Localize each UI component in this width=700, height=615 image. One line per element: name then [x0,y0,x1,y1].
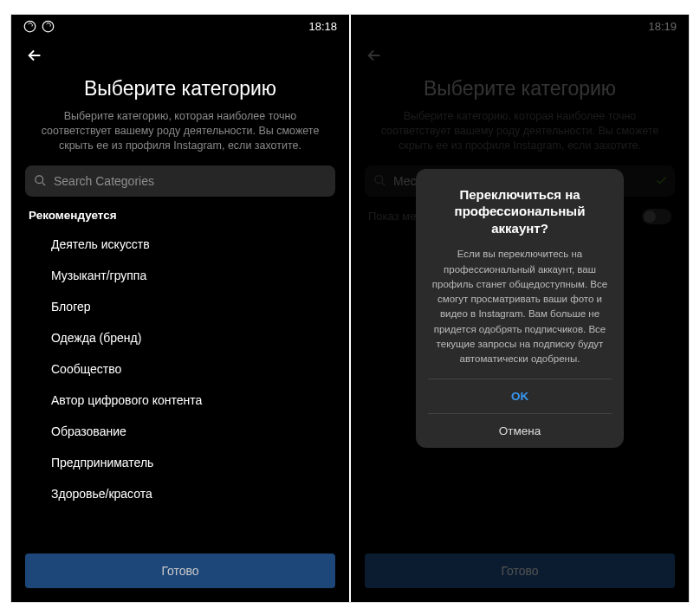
category-item[interactable]: Блогер [51,291,349,322]
section-heading: Рекомендуется [11,209,349,229]
dialog-body: Если вы переключитесь на профессиональны… [428,247,612,366]
search-icon [34,174,47,187]
status-time: 18:18 [308,20,337,33]
category-list: Деятель искусств Музыкант/группа Блогер … [11,229,349,545]
page-title: Выберите категорию [25,77,335,100]
page-subtitle: Выберите категорию, которая наиболее точ… [11,109,349,153]
confirm-dialog: Переключиться на профессиональный аккаун… [416,169,624,449]
done-button[interactable]: Готово [25,554,335,588]
screen-category-select: 18:18 Выберите категорию Выберите катего… [11,15,349,602]
dialog-cancel-button[interactable]: Отмена [428,413,612,448]
back-arrow-icon[interactable] [25,46,44,65]
category-item[interactable]: Автор цифрового контента [51,385,349,416]
category-item[interactable]: Здоровье/красота [51,478,349,509]
dialog-ok-button[interactable]: OK [428,379,612,413]
category-item[interactable]: Музыкант/группа [51,260,349,291]
search-input-container[interactable] [25,165,335,197]
screen-confirm-dialog: 18:19 Выберите категорию Выберите катего… [351,15,689,602]
dialog-overlay[interactable]: Переключиться на профессиональный аккаун… [351,15,689,602]
status-left-icons [23,20,55,33]
viber-icon [42,20,55,33]
category-item[interactable]: Образование [51,416,349,447]
search-input[interactable] [54,174,327,188]
category-item[interactable]: Предприниматель [51,447,349,478]
category-item[interactable]: Деятель искусств [51,229,349,260]
svg-point-2 [36,176,43,184]
category-item[interactable]: Одежда (бренд) [51,322,349,353]
viber-icon [23,20,36,33]
category-item[interactable]: Сообщество [51,353,349,385]
dialog-title: Переключиться на профессиональный аккаун… [428,186,612,237]
status-bar: 18:18 [11,15,349,37]
